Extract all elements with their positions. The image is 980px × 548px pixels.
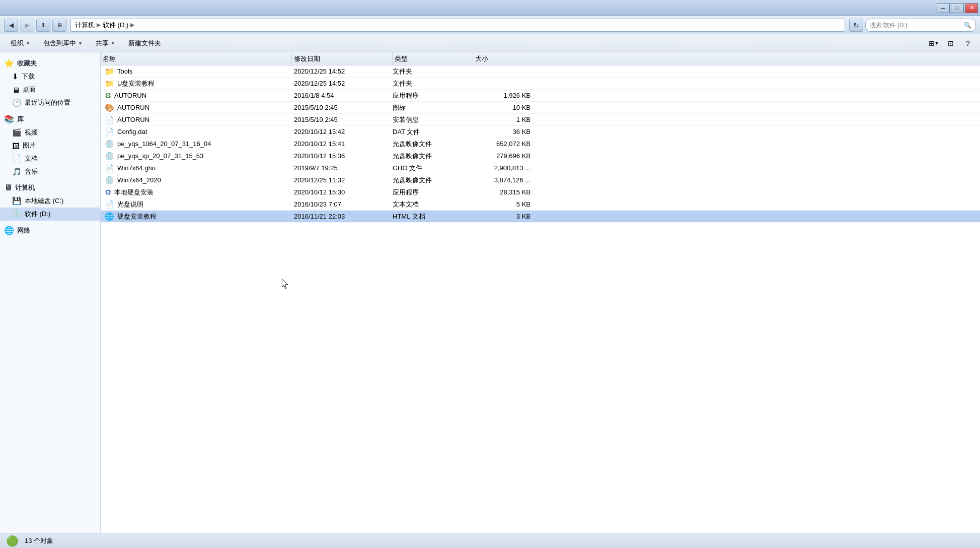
col-date-label: 修改日期 [294,54,320,63]
titlebar-buttons: ─ □ ✕ [937,3,978,13]
sidebar-item-cdrive[interactable]: 💾 本地磁盘 (C:) [0,194,100,208]
col-header-size[interactable]: 大小 [473,52,539,65]
back-button[interactable]: ◀ [4,19,18,32]
table-row[interactable]: 📄 AUTORUN 2015/5/10 2:45 安装信息 1 KB [101,114,980,126]
file-icon: 🌐 [105,212,114,221]
search-bar[interactable]: 🔍 [865,19,976,32]
col-size-label: 大小 [475,54,488,63]
breadcrumb[interactable]: 计算机 ▶ 软件 (D:) ▶ [70,19,845,32]
table-row[interactable]: 📁 Tools 2020/12/25 14:52 文件夹 [101,65,980,78]
col-header-name[interactable]: 名称 [101,52,292,65]
file-name: 本地硬盘安装 [114,188,154,197]
help-button[interactable]: ? [961,37,975,50]
sidebar-item-music-label: 音乐 [25,167,38,176]
sidebar-item-download[interactable]: ⬇ 下载 [0,70,100,83]
include-library-button[interactable]: 包含到库中 ▼ [38,36,88,50]
file-date: 2020/10/12 15:36 [292,152,393,160]
favorites-label: 收藏夹 [17,59,37,68]
sidebar-item-ddrive[interactable]: 💿 软件 (D:) [0,208,100,221]
col-header-date[interactable]: 修改日期 [292,52,393,65]
organize-label: 组织 [11,39,24,48]
file-date: 2016/10/23 7:07 [292,200,393,208]
table-row[interactable]: 📄 Win7x64.gho 2019/9/7 19:25 GHO 文件 2,90… [101,162,980,174]
file-date: 2015/5/10 2:45 [292,116,393,123]
pictures-icon: 🖼 [12,142,20,150]
col-name-label: 名称 [103,54,116,63]
table-row[interactable]: 🌐 硬盘安装教程 2016/11/21 22:03 HTML 文档 3 KB [101,211,980,223]
filelist-header: 名称 修改日期 类型 大小 [101,52,980,65]
sidebar-item-pictures[interactable]: 🖼 图片 [0,139,100,152]
file-name: pe_yqs_1064_20_07_31_16_04 [117,140,211,148]
table-row[interactable]: 💿 pe_yqs_1064_20_07_31_16_04 2020/10/12 … [101,138,980,150]
share-button[interactable]: 共享 ▼ [90,36,121,50]
file-icon: 📄 [105,115,114,124]
file-type: 文本文档 [393,200,473,209]
table-row[interactable]: 💿 pe_yqs_xp_20_07_31_15_53 2020/10/12 15… [101,150,980,162]
file-icon: 📁 [105,67,114,76]
newfolder-label: 新建文件夹 [128,39,161,48]
table-row[interactable]: 📁 U盘安装教程 2020/12/25 14:52 文件夹 [101,78,980,90]
sidebar-item-music[interactable]: 🎵 音乐 [0,165,100,178]
maximize-button[interactable]: □ [951,3,964,13]
file-size: 279,696 KB [473,152,539,160]
close-button[interactable]: ✕ [965,3,978,13]
refresh-button[interactable]: ↻ [849,19,863,32]
network-icon: 🌐 [4,226,14,235]
file-size: 36 KB [473,128,539,135]
file-name: 硬盘安装教程 [117,212,157,221]
filelist: 名称 修改日期 类型 大小 📁 Tools 2020/12/25 14:52 文… [101,52,980,533]
file-icon: 📄 [105,164,114,173]
preview-pane-button[interactable]: ⊡ [944,37,958,50]
sidebar-item-video[interactable]: 🎬 视频 [0,126,100,139]
table-row[interactable]: 💿 Win7x64_2020 2020/12/25 11:32 光盘映像文件 3… [101,174,980,186]
file-size: 652,072 KB [473,140,539,148]
search-input[interactable] [870,22,962,29]
folder-icon-btn[interactable]: 🖥 [52,19,66,32]
file-date: 2015/5/10 2:45 [292,104,393,111]
file-type: 文件夹 [393,79,473,88]
search-icon: 🔍 [964,22,971,29]
table-row[interactable]: ⚙ AUTORUN 2016/1/8 4:54 应用程序 1,926 KB [101,90,980,102]
col-header-type[interactable]: 类型 [393,52,473,65]
file-date: 2020/12/25 11:32 [292,176,393,184]
file-name: AUTORUN [114,92,146,99]
minimize-button[interactable]: ─ [937,3,950,13]
file-name: 光盘说明 [117,200,143,209]
include-label: 包含到库中 [43,39,76,48]
sidebar-favorites-header[interactable]: ⭐ 收藏夹 [0,56,100,70]
breadcrumb-sep-1: ▶ [97,22,101,28]
sidebar-network-header[interactable]: 🌐 网络 [0,224,100,237]
view-icon: ⊞ [929,39,935,47]
sidebar-library-header[interactable]: 📚 库 [0,112,100,126]
file-icon: ⚙ [105,188,111,197]
table-row[interactable]: 📄 Config.dat 2020/10/12 15:42 DAT 文件 36 … [101,126,980,138]
view-change-button[interactable]: ⊞ ▼ [927,37,941,50]
sidebar-item-video-label: 视频 [25,128,38,137]
breadcrumb-computer[interactable]: 计算机 [75,21,95,30]
music-icon: 🎵 [12,167,22,176]
up-button[interactable]: ⬆ [36,19,50,32]
file-type: 应用程序 [393,91,473,100]
organize-arrow: ▼ [26,41,30,46]
table-row[interactable]: 📄 光盘说明 2016/10/23 7:07 文本文档 5 KB [101,198,980,211]
sidebar-item-desktop[interactable]: 🖥 桌面 [0,83,100,96]
computer-icon: 🖥 [4,183,12,192]
sidebar-item-recent[interactable]: 🕐 最近访问的位置 [0,96,100,109]
file-type: 应用程序 [393,188,473,197]
file-name: Win7x64.gho [117,164,156,172]
sidebar-computer-header[interactable]: 🖥 计算机 [0,181,100,194]
library-icon: 📚 [4,114,14,124]
breadcrumb-drive[interactable]: 软件 (D:) [103,21,128,30]
table-row[interactable]: ⚙ 本地硬盘安装 2020/10/12 15:30 应用程序 28,315 KB [101,186,980,198]
sidebar-item-documents[interactable]: 📄 文档 [0,152,100,165]
organize-button[interactable]: 组织 ▼ [5,36,36,50]
table-row[interactable]: 🎨 AUTORUN 2015/5/10 2:45 图标 10 KB [101,102,980,114]
file-icon: 💿 [105,176,114,185]
forward-button[interactable]: ▶ [20,19,34,32]
file-icon: ⚙ [105,91,111,100]
file-type: 安装信息 [393,115,473,124]
titlebar: ─ □ ✕ [0,0,980,16]
file-date: 2020/12/25 14:52 [292,67,393,75]
newfolder-button[interactable]: 新建文件夹 [123,36,167,50]
file-date: 2020/10/12 15:42 [292,128,393,135]
